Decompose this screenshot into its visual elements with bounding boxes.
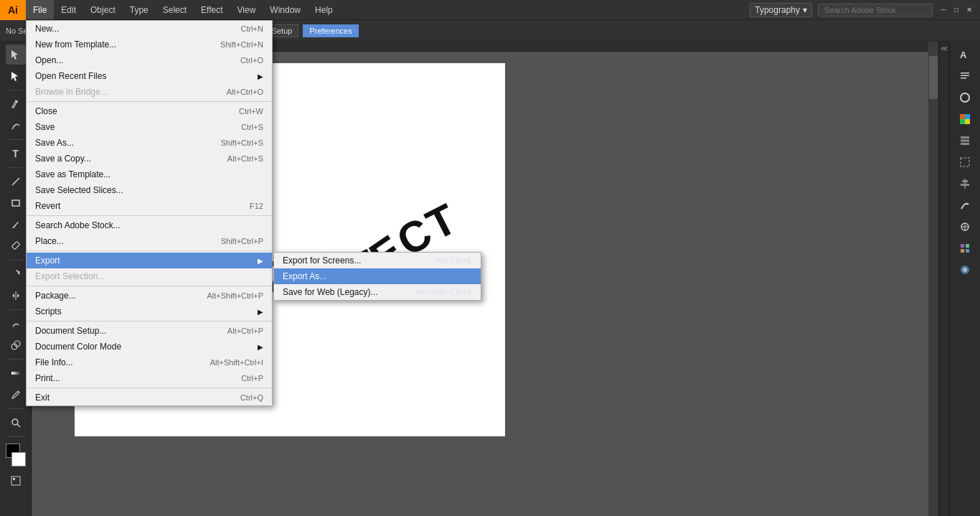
workspace-label: Typography <box>755 5 800 15</box>
style-item: Style: <box>179 27 199 35</box>
menu-items: File Edit Object Type Select Effect View… <box>26 0 340 19</box>
layer-panel-icon[interactable] <box>955 131 975 151</box>
menu-help[interactable]: Help <box>308 0 340 19</box>
fill-stroke-icons <box>7 472 24 489</box>
svg-rect-3 <box>11 241 19 249</box>
svg-rect-17 <box>961 75 969 77</box>
svg-rect-12 <box>11 477 20 485</box>
tool-separator-8 <box>7 436 24 437</box>
maximize-button[interactable]: □ <box>951 5 961 15</box>
svg-rect-26 <box>961 143 969 145</box>
svg-rect-16 <box>961 72 969 74</box>
brush-panel-icon[interactable] <box>955 195 975 215</box>
tool-separator-3 <box>7 167 24 168</box>
appearance-icon[interactable] <box>955 260 975 280</box>
svg-marker-5 <box>12 294 14 298</box>
svg-point-10 <box>12 419 18 425</box>
svg-rect-20 <box>960 114 965 119</box>
artboard: VY TEXT EFFECT <box>75 63 505 436</box>
color-boxes[interactable] <box>4 444 27 466</box>
menu-bar-right: Typography ▾ ─ □ ✕ <box>750 3 980 17</box>
main-layout: T <box>0 42 980 516</box>
horizontal-ruler <box>32 42 938 52</box>
warp-tool[interactable] <box>6 314 26 334</box>
align-panel-icon[interactable] <box>955 174 975 194</box>
menu-edit[interactable]: Edit <box>54 0 83 19</box>
document-setup-button[interactable]: Document Setup <box>227 24 298 37</box>
stroke-style-select[interactable]: 5 pt. Round <box>32 24 95 37</box>
stroke-panel-icon[interactable] <box>955 88 975 108</box>
left-toolbar: T <box>0 42 32 516</box>
paragraph-icon[interactable] <box>955 66 975 86</box>
menu-file[interactable]: File <box>26 0 54 19</box>
pencil-tool[interactable] <box>6 236 26 256</box>
color-panel-icon[interactable] <box>955 109 975 129</box>
rectangle-tool[interactable] <box>6 193 26 213</box>
text-effect-svg: VY TEXT EFFECT <box>110 171 505 350</box>
svg-point-19 <box>961 93 969 102</box>
close-button[interactable]: ✕ <box>964 5 974 15</box>
tool-separator-4 <box>7 260 24 261</box>
shape-builder-tool[interactable] <box>6 335 26 355</box>
window-controls: ─ □ ✕ <box>938 5 974 15</box>
svg-text:VY TEXT EFFECT: VY TEXT EFFECT <box>110 194 466 320</box>
svg-rect-22 <box>960 119 965 124</box>
zoom-tool[interactable] <box>6 413 26 433</box>
svg-rect-36 <box>961 249 964 253</box>
char-style-icon[interactable]: A <box>955 44 975 65</box>
svg-rect-21 <box>965 114 970 119</box>
selection-tool[interactable] <box>6 44 26 65</box>
rotate-tool[interactable] <box>6 264 26 284</box>
minimize-button[interactable]: ─ <box>938 5 948 15</box>
menu-select[interactable]: Select <box>156 0 194 19</box>
artboard-navigate[interactable] <box>7 472 24 489</box>
preferences-button[interactable]: Preferences <box>303 24 358 37</box>
curvature-tool[interactable] <box>6 116 26 136</box>
tool-separator-1 <box>7 90 24 90</box>
tool-separator-2 <box>7 139 24 140</box>
reflect-tool[interactable] <box>6 286 26 306</box>
gradient-tool[interactable] <box>6 363 26 383</box>
text-effect-container: VY TEXT EFFECT <box>110 171 505 350</box>
svg-rect-2 <box>12 200 19 206</box>
menu-object[interactable]: Object <box>83 0 123 19</box>
workspace-selector[interactable]: Typography ▾ <box>750 3 812 17</box>
paintbrush-tool[interactable] <box>6 215 26 235</box>
menu-view[interactable]: View <box>230 0 263 19</box>
menu-window[interactable]: Window <box>263 0 308 19</box>
svg-rect-35 <box>966 244 969 248</box>
svg-rect-27 <box>961 158 969 166</box>
artboard-panel-icon[interactable] <box>955 152 975 172</box>
svg-point-0 <box>16 100 18 103</box>
svg-rect-23 <box>965 119 970 124</box>
svg-rect-37 <box>966 249 969 253</box>
scrollbar-thumb <box>929 56 938 99</box>
direct-select-tool[interactable] <box>6 66 26 86</box>
pen-tool[interactable] <box>6 94 26 114</box>
svg-rect-13 <box>13 478 15 480</box>
style-select[interactable] <box>202 24 222 37</box>
search-input[interactable] <box>818 4 933 17</box>
type-tool[interactable]: T <box>6 144 26 164</box>
svg-rect-29 <box>962 180 968 182</box>
svg-rect-25 <box>961 140 969 142</box>
svg-rect-9 <box>11 372 20 375</box>
graphic-styles-icon[interactable] <box>955 238 975 258</box>
background-color[interactable] <box>11 452 26 466</box>
canvas-scrollbar[interactable] <box>928 42 938 516</box>
svg-rect-24 <box>961 136 969 139</box>
menu-type[interactable]: Type <box>123 0 156 19</box>
eyedropper-tool[interactable] <box>6 385 26 405</box>
svg-rect-18 <box>961 78 966 79</box>
opacity-select[interactable]: 100% <box>132 24 174 37</box>
svg-point-39 <box>963 268 967 272</box>
menu-effect[interactable]: Effect <box>194 0 230 19</box>
svg-line-11 <box>17 424 20 427</box>
canvas-area: VY TEXT EFFECT <box>32 42 938 516</box>
svg-text:A: A <box>960 50 967 60</box>
right-panel: A <box>948 42 980 516</box>
workspace-chevron: ▾ <box>803 5 807 15</box>
panel-collapse-button[interactable]: ≪ <box>938 42 948 516</box>
symbol-panel-icon[interactable] <box>955 217 975 237</box>
line-tool[interactable] <box>6 172 26 192</box>
